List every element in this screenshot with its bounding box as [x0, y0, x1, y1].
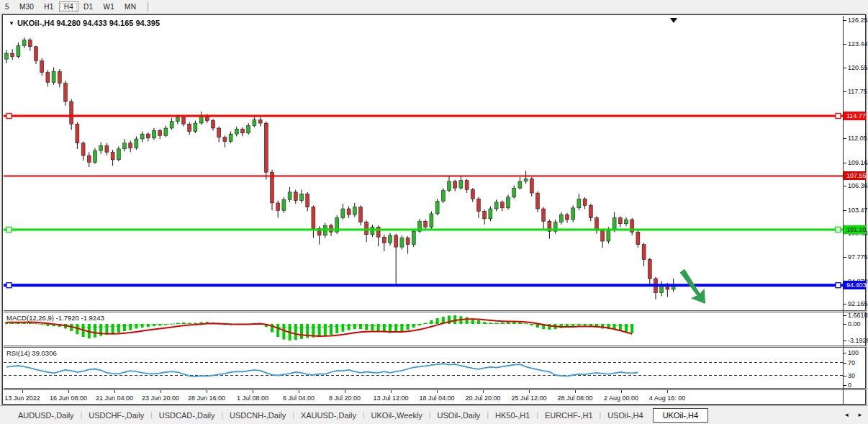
time-tick — [391, 390, 392, 393]
candle-down — [530, 179, 533, 193]
time-tick-label: 2 Aug 00:00 — [596, 394, 646, 402]
down-arrow-annotation[interactable] — [675, 266, 712, 309]
timeframe-button-h1[interactable]: H1 — [39, 1, 58, 12]
candle-down — [306, 194, 309, 207]
timeframe-button-w1[interactable]: W1 — [98, 1, 119, 12]
time-tick-label: 25 Jul 12:00 — [504, 394, 554, 402]
candle-down — [241, 129, 245, 133]
macd-hist-bar — [625, 324, 628, 332]
candle-up — [518, 181, 522, 188]
candle-down — [64, 84, 68, 102]
macd-axis-label: 0.00 — [844, 320, 866, 328]
macd-hist-bar — [112, 324, 114, 334]
macd-hist-bar — [276, 324, 279, 337]
candle-down — [536, 193, 540, 209]
candle-down — [264, 123, 268, 172]
hline-handle[interactable] — [6, 283, 12, 288]
candle-up — [559, 215, 563, 222]
chart-ohlc-values: 94.280 94.433 94.165 94.395 — [56, 19, 160, 27]
macd-chart[interactable] — [4, 312, 843, 346]
candle-down — [394, 235, 398, 247]
candle-up — [253, 119, 256, 125]
time-tick-label: 13 Jun 2022 — [0, 394, 48, 402]
chart-tab-usdchf-daily[interactable]: USDCHF-,Daily — [82, 409, 150, 422]
candle-up — [625, 220, 628, 224]
rsi-chart[interactable] — [4, 348, 843, 389]
rsi-axis-label: 0 — [844, 382, 866, 389]
timeframe-button-m30[interactable]: M30 — [14, 1, 39, 12]
candle-up — [282, 199, 286, 210]
macd-hist-bar — [630, 324, 633, 333]
hline-handle[interactable] — [6, 114, 12, 119]
candle-down — [11, 53, 14, 57]
candle-up — [441, 191, 445, 202]
candle-down — [406, 238, 410, 244]
chart-tab-usoil-h4[interactable]: USOil-,H4 — [601, 409, 650, 422]
chart-tab-xauusd-daily[interactable]: XAUUSD-,Daily — [294, 409, 363, 422]
candle-down — [217, 128, 221, 137]
candle-down — [618, 218, 622, 224]
chart-tab-ukoil-h4[interactable]: UKOil-,H4 — [653, 408, 709, 423]
candle-down — [188, 124, 191, 131]
macd-hist-bar — [282, 324, 285, 340]
candle-down — [601, 230, 605, 241]
candle-up — [229, 134, 232, 141]
candle-down — [70, 102, 73, 124]
candle-up — [123, 143, 127, 149]
macd-hist-bar — [341, 324, 344, 332]
timeframe-button-h4[interactable]: H4 — [59, 1, 78, 12]
hline-handle[interactable] — [836, 114, 841, 119]
hline-handle[interactable] — [836, 283, 841, 288]
time-tick — [483, 390, 484, 393]
candle-up — [489, 209, 492, 219]
candle-up — [448, 181, 451, 191]
timeframe-button-5[interactable]: 5 — [0, 1, 14, 12]
chart-tab-usdcnh-daily[interactable]: USDCNH-,Daily — [223, 409, 292, 422]
time-tick — [114, 390, 115, 393]
rsi-line — [6, 364, 638, 376]
candle-down — [81, 143, 85, 155]
timeframe-button-d1[interactable]: D1 — [78, 1, 98, 12]
time-tick — [621, 390, 622, 393]
chart-tab-eurchf-h1[interactable]: EURCHF-,H1 — [538, 409, 600, 422]
macd-hist-bar — [477, 320, 480, 324]
candle-up — [99, 145, 103, 150]
candle-down — [453, 181, 457, 188]
candle-down — [583, 199, 587, 205]
time-tick-label: 4 Aug 16: 00 — [642, 394, 692, 402]
price-chart[interactable] — [4, 16, 843, 310]
candle-down — [477, 199, 481, 211]
panel-divider — [4, 388, 866, 390]
price-badge-101.10: 101.10 — [844, 225, 866, 234]
chart-shift-marker-icon[interactable] — [670, 18, 677, 23]
candle-up — [288, 192, 291, 199]
chart-tab-usoil-daily[interactable]: USOil-,Daily — [430, 409, 487, 422]
candle-down — [271, 172, 274, 203]
hline-handle[interactable] — [836, 227, 841, 232]
chart-tab-hk50-h1[interactable]: HK50-,H1 — [489, 409, 536, 422]
tab-scroll-right-icon[interactable]: ► — [857, 412, 863, 418]
chart-tab-usdcad-daily[interactable]: USDCAD-,Daily — [153, 409, 222, 422]
candle-down — [258, 119, 262, 123]
macd-hist-bar — [330, 324, 333, 335]
timeframe-button-mn[interactable]: MN — [119, 1, 141, 12]
time-tick-label: 18 Jul 04:00 — [412, 394, 462, 402]
hline-handle[interactable] — [6, 227, 12, 232]
tab-scroll-left-icon[interactable]: ◄ — [844, 412, 849, 418]
time-tick — [437, 390, 438, 393]
candle-up — [135, 139, 138, 148]
candle-down — [365, 222, 369, 234]
symbol-dropdown-icon[interactable]: ▼ — [9, 20, 14, 27]
macd-hist-bar — [359, 324, 362, 329]
chart-tab-audusd-daily[interactable]: AUDUSD-,Daily — [12, 409, 81, 422]
time-tick-label: 21 Jun 04:00 — [89, 394, 140, 402]
macd-hist-bar — [394, 324, 397, 333]
macd-hist-bar — [430, 320, 433, 324]
candle-down — [223, 137, 227, 142]
candle-down — [465, 181, 469, 190]
price-badge-94.403: 94.403 — [844, 281, 866, 289]
candle-up — [435, 202, 439, 214]
chart-tab-bar: AUDUSD-,Daily|USDCHF-,Daily|USDCAD-,Dail… — [0, 405, 868, 424]
chart-tab-ukoil-weekly[interactable]: UKOil-,Weekly — [365, 409, 429, 422]
candle-up — [353, 207, 356, 215]
